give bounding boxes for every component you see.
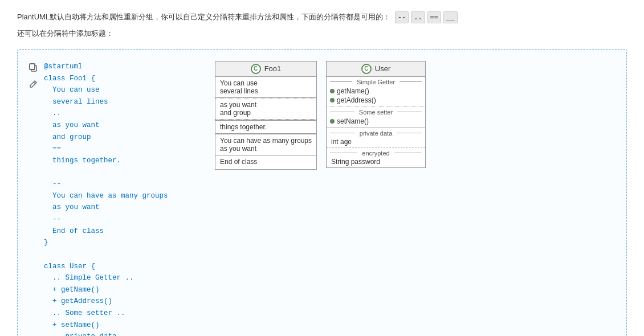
foo1-section-4: You can have as many groups as you want [215, 134, 316, 155]
user-encrypted-section: encrypted String password [327, 147, 425, 167]
uml-class-foo1: C Foo1 You can use several lines as you … [215, 61, 317, 170]
foo1-title: Foo1 [264, 64, 282, 73]
foo1-section-3: things together. [215, 120, 316, 134]
code-text: @startuml class Foo1 { You can use sever… [44, 61, 203, 336]
edit-button[interactable] [27, 78, 39, 91]
string-password-label: String password [330, 158, 422, 166]
dash-right [400, 81, 422, 82]
desc2-text: 还可以在分隔符中添加标题： [17, 29, 113, 38]
foo1-section-2: as you want and group [215, 98, 316, 120]
getname-label: getName() [337, 87, 369, 95]
foo1-s1-l1: You can use [220, 79, 312, 87]
code-panel: @startuml class Foo1 { You can use sever… [44, 59, 203, 336]
foo1-section-5: End of class [215, 155, 316, 169]
user-header: C User [327, 62, 425, 77]
foo1-s1-l2: several lines [220, 87, 312, 95]
badge-eq: == [427, 11, 441, 23]
int-age-label: int age [330, 138, 422, 146]
foo1-s2-l2: and group [220, 109, 312, 117]
some-setter-label: Some setter [330, 109, 422, 116]
foo1-s5-l1: End of class [220, 158, 312, 166]
svg-rect-1 [30, 64, 35, 69]
simple-getter-label: Simple Getter [330, 79, 422, 85]
user-private-data-section: private data int age [327, 128, 425, 147]
badge-under: __ [443, 11, 457, 23]
foo1-section-1: You can use several lines [215, 77, 316, 98]
desc1-text: PlantUML默认自动将方法和属性重新分组，你可以自己定义分隔符来重排方法和属… [17, 13, 390, 21]
diagram-area: C Foo1 You can use several lines as you … [215, 59, 426, 336]
method-setname: setName() [330, 117, 422, 126]
foo1-s3-l1: things together. [220, 123, 312, 131]
user-title: User [375, 64, 390, 73]
uml-class-user: C User Simple Getter getName() [326, 61, 426, 168]
foo1-s4-l2: as you want [220, 145, 312, 153]
setname-label: setName() [337, 117, 369, 125]
dot-getname [330, 89, 335, 93]
badge-group: -- .. == __ [395, 11, 458, 23]
content-area: @startuml class Foo1 { You can use sever… [44, 59, 617, 336]
encrypted-label: encrypted [330, 150, 422, 157]
badge-dot: .. [411, 11, 425, 23]
badge-dash: -- [395, 11, 409, 23]
description-1: PlantUML默认自动将方法和属性重新分组，你可以自己定义分隔符来重排方法和属… [17, 11, 627, 23]
user-icon: C [361, 64, 372, 74]
dot-setname [330, 119, 335, 124]
sidebar-icons [22, 59, 44, 336]
private-data-label: private data [330, 130, 422, 137]
method-getaddress: getAddress() [330, 96, 422, 105]
dot-getaddress [330, 98, 335, 103]
foo1-s4-l1: You can have as many groups [220, 137, 312, 145]
user-simple-getter-section: Simple Getter getName() getAddress() [327, 77, 425, 106]
method-getname: getName() [330, 87, 422, 96]
getaddress-label: getAddress() [337, 96, 376, 104]
foo1-s2-l1: as you want [220, 101, 312, 109]
foo1-header: C Foo1 [215, 62, 316, 77]
dash-left [330, 81, 352, 82]
foo1-icon: C [251, 64, 261, 74]
description-2: 还可以在分隔符中添加标题： [17, 28, 627, 40]
user-some-setter-section: Some setter setName() [327, 106, 425, 128]
main-container: @startuml class Foo1 { You can use sever… [17, 49, 627, 336]
copy-button[interactable] [27, 61, 39, 73]
